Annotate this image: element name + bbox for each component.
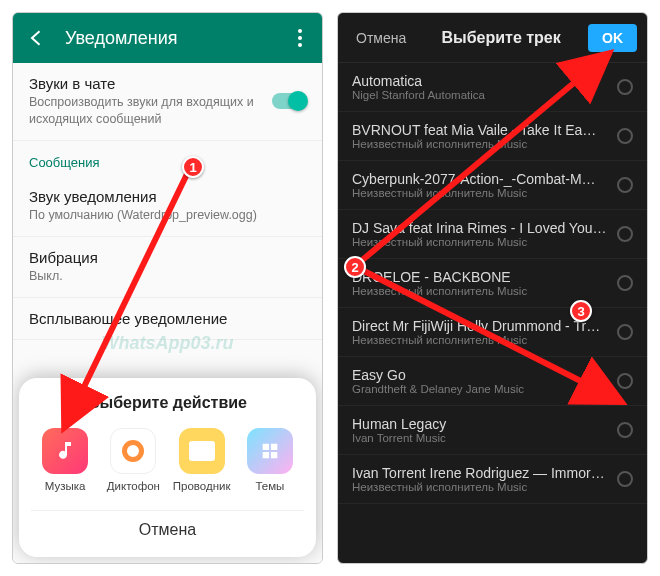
track-row[interactable]: DROELOE - BACKBONEНеизвестный исполнител…	[338, 259, 647, 308]
picker-cancel-button[interactable]: Отмена	[348, 24, 414, 52]
chat-sounds-subtitle: Воспроизводить звуки для входящих и исхо…	[29, 94, 272, 128]
sheet-title: Выберите действие	[31, 394, 304, 412]
track-row[interactable]: BVRNOUT feat Mia Vaile - Take It Ea…Неиз…	[338, 112, 647, 161]
popup-title: Всплывающее уведомление	[29, 310, 306, 327]
page-title: Уведомления	[65, 28, 292, 49]
track-name: BVRNOUT feat Mia Vaile - Take It Ea…	[352, 122, 607, 138]
recorder-icon	[110, 428, 156, 474]
track-radio[interactable]	[617, 226, 633, 242]
chat-sounds-title: Звуки в чате	[29, 75, 272, 92]
app-recorder-label: Диктофон	[107, 480, 160, 492]
track-name: Easy Go	[352, 367, 607, 383]
track-list[interactable]: AutomaticaNigel Stanford AutomaticaBVRNO…	[338, 63, 647, 563]
right-screenshot: Отмена Выберите трек OK AutomaticaNigel …	[337, 12, 648, 564]
app-option-recorder[interactable]: Диктофон	[102, 428, 164, 492]
app-music-label: Музыка	[45, 480, 86, 492]
app-option-files[interactable]: Проводник	[171, 428, 233, 492]
left-screenshot: Уведомления Звуки в чате Воспроизводить …	[12, 12, 323, 564]
track-subtitle: Неизвестный исполнитель Music	[352, 187, 607, 199]
app-files-label: Проводник	[173, 480, 231, 492]
track-name: Automatica	[352, 73, 607, 89]
track-name: Ivan Torrent Irene Rodriguez — Immortal…	[352, 465, 607, 481]
track-subtitle: Неизвестный исполнитель Music	[352, 236, 607, 248]
files-icon	[179, 428, 225, 474]
track-radio[interactable]	[617, 324, 633, 340]
sheet-apps-row: Музыка Диктофон Проводник Темы	[31, 428, 304, 492]
track-radio[interactable]	[617, 128, 633, 144]
app-option-music[interactable]: Музыка	[34, 428, 96, 492]
track-subtitle: Неизвестный исполнитель Music	[352, 285, 607, 297]
track-name: Human Legacy	[352, 416, 607, 432]
row-chat-sounds[interactable]: Звуки в чате Воспроизводить звуки для вх…	[13, 63, 322, 141]
vibration-title: Вибрация	[29, 249, 306, 266]
track-name: Direct Mr FijiWiji Holly Drummond - Trus…	[352, 318, 607, 334]
track-row[interactable]: Ivan Torrent Irene Rodriguez — Immortal……	[338, 455, 647, 504]
track-radio[interactable]	[617, 275, 633, 291]
track-row[interactable]: AutomaticaNigel Stanford Automatica	[338, 63, 647, 112]
notif-sound-subtitle: По умолчанию (Waterdrop_preview.ogg)	[29, 207, 306, 224]
themes-icon	[247, 428, 293, 474]
track-name: Cyberpunk-2077-Action-_-Combat-M…si…	[352, 171, 607, 187]
vibration-subtitle: Выкл.	[29, 268, 306, 285]
track-name: DROELOE - BACKBONE	[352, 269, 607, 285]
track-row[interactable]: Cyberpunk-2077-Action-_-Combat-M…si…Неиз…	[338, 161, 647, 210]
app-themes-label: Темы	[255, 480, 284, 492]
app-option-themes[interactable]: Темы	[239, 428, 301, 492]
track-subtitle: Nigel Stanford Automatica	[352, 89, 607, 101]
picker-title: Выберите трек	[422, 29, 580, 47]
row-popup[interactable]: Всплывающее уведомление	[13, 298, 322, 340]
track-radio[interactable]	[617, 79, 633, 95]
track-row[interactable]: Human LegacyIvan Torrent Music	[338, 406, 647, 455]
wa-body: Звуки в чате Воспроизводить звуки для вх…	[13, 63, 322, 563]
music-icon	[42, 428, 88, 474]
track-radio[interactable]	[617, 422, 633, 438]
picker-ok-button[interactable]: OK	[588, 24, 637, 52]
track-row[interactable]: DJ Sava feat Irina Rimes - I Loved You f…	[338, 210, 647, 259]
sheet-cancel-button[interactable]: Отмена	[31, 510, 304, 541]
track-row[interactable]: Direct Mr FijiWiji Holly Drummond - Trus…	[338, 308, 647, 357]
track-name: DJ Sava feat Irina Rimes - I Loved You f…	[352, 220, 607, 236]
wa-appbar: Уведомления	[13, 13, 322, 63]
track-radio[interactable]	[617, 373, 633, 389]
back-arrow-icon[interactable]	[27, 28, 47, 48]
overflow-menu-icon[interactable]	[292, 23, 308, 53]
track-row[interactable]: Easy GoGrandtheft & Delaney Jane Music	[338, 357, 647, 406]
track-subtitle: Grandtheft & Delaney Jane Music	[352, 383, 607, 395]
track-radio[interactable]	[617, 471, 633, 487]
picker-header: Отмена Выберите трек OK	[338, 13, 647, 63]
track-subtitle: Неизвестный исполнитель Music	[352, 334, 607, 346]
track-subtitle: Ivan Torrent Music	[352, 432, 607, 444]
track-radio[interactable]	[617, 177, 633, 193]
notif-sound-title: Звук уведомления	[29, 188, 306, 205]
section-header-messages: Сообщения	[13, 141, 322, 176]
track-subtitle: Неизвестный исполнитель Music	[352, 138, 607, 150]
track-subtitle: Неизвестный исполнитель Music	[352, 481, 607, 493]
row-notification-sound[interactable]: Звук уведомления По умолчанию (Waterdrop…	[13, 176, 322, 237]
action-bottom-sheet: Выберите действие Музыка Диктофон Провод…	[19, 378, 316, 557]
row-vibration[interactable]: Вибрация Выкл.	[13, 237, 322, 298]
chat-sounds-toggle[interactable]	[272, 93, 306, 109]
